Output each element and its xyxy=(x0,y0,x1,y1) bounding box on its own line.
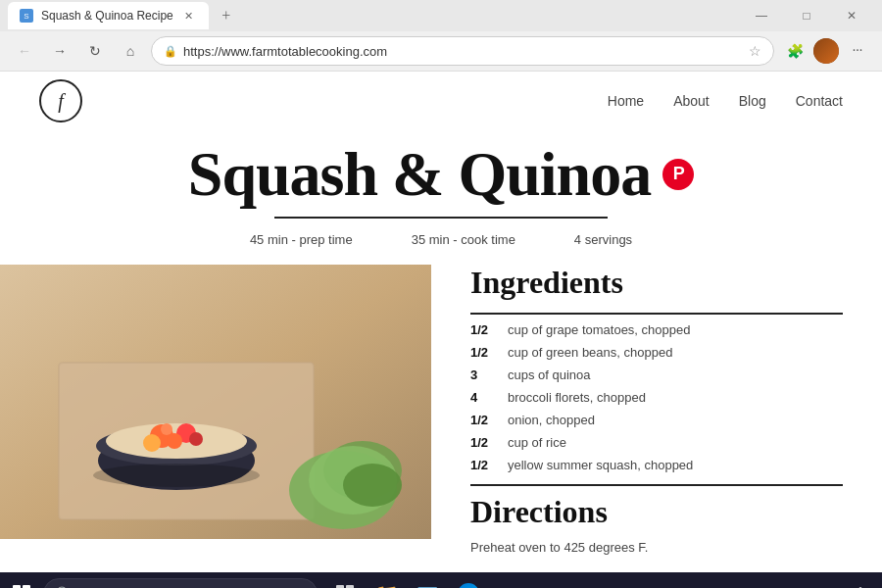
prep-time: 45 min - prep time xyxy=(250,232,353,247)
start-button[interactable] xyxy=(0,572,43,588)
bookmark-icon[interactable]: ☆ xyxy=(749,43,761,59)
ingredient-qty: 1/2 xyxy=(470,322,498,337)
ingredient-desc: cups of quinoa xyxy=(508,368,591,382)
ingredient-qty: 4 xyxy=(470,390,498,405)
back-button[interactable]: ← xyxy=(10,36,39,66)
directions-heading: Directions xyxy=(470,494,843,530)
site-menu: Home About Blog Contact xyxy=(608,93,843,109)
task-view-icon xyxy=(335,584,355,588)
profile-button[interactable] xyxy=(813,38,839,64)
ingredient-qty: 1/2 xyxy=(470,458,498,472)
cook-time: 35 min - cook time xyxy=(412,232,515,247)
mail-button[interactable]: ✉️ xyxy=(408,572,447,588)
pinterest-icon[interactable]: P xyxy=(662,159,694,190)
ingredients-list: 1/2 cup of grape tomatoes, chopped 1/2 c… xyxy=(470,313,843,476)
nav-contact[interactable]: Contact xyxy=(796,93,843,109)
ingredient-desc: cup of green beans, chopped xyxy=(508,345,672,360)
svg-point-10 xyxy=(167,433,182,449)
forward-button[interactable]: → xyxy=(45,36,74,66)
list-item: 4 broccoli florets, chopped xyxy=(470,386,843,409)
file-explorer-button[interactable]: 📁 xyxy=(367,572,406,588)
nav-bar: ← → ↻ ⌂ 🔒 https://www.farmtotablecooking… xyxy=(0,31,882,71)
ingredient-desc: broccoli florets, chopped xyxy=(508,390,646,405)
nav-about[interactable]: About xyxy=(673,93,710,109)
website-content: f Home About Blog Contact Squash & Quino… xyxy=(0,72,882,572)
title-bar: S Squash & Quinoa Recipe ✕ + — □ ✕ xyxy=(0,0,882,31)
address-bar[interactable]: 🔒 https://www.farmtotablecooking.com ☆ xyxy=(151,36,774,66)
taskbar-pinned-apps: 📁 ✉️ e xyxy=(325,572,488,588)
ingredient-qty: 1/2 xyxy=(470,435,498,450)
chevron-up-icon[interactable]: ∧ xyxy=(759,572,780,588)
mail-icon: ✉️ xyxy=(416,583,438,588)
minimize-button[interactable]: — xyxy=(739,0,784,31)
ingredient-desc: onion, chopped xyxy=(508,413,595,427)
svg-point-17 xyxy=(93,464,260,487)
ingredient-qty: 1/2 xyxy=(470,345,498,360)
tab-title: Squash & Quinoa Recipe xyxy=(41,9,173,23)
taskbar-search[interactable]: 🔍 Type here to search xyxy=(43,578,318,588)
extensions-button[interactable]: 🧩 xyxy=(780,36,809,66)
directions-text: Preheat oven to 425 degrees F. xyxy=(470,538,843,558)
recipe-header: Squash & Quinoa P 45 min - prep time 35 … xyxy=(0,130,882,265)
browser-tab[interactable]: S Squash & Quinoa Recipe ✕ xyxy=(8,2,209,29)
list-item: 3 cups of quinoa xyxy=(470,364,843,386)
volume-icon[interactable] xyxy=(815,572,843,588)
ingredients-divider xyxy=(470,484,843,486)
ingredient-qty: 1/2 xyxy=(470,413,498,427)
taskbar: 🔍 Type here to search 📁 ✉️ e ∧ xyxy=(0,572,882,588)
list-item: 1/2 cup of grape tomatoes, chopped xyxy=(470,318,843,341)
folder-icon: 📁 xyxy=(374,582,399,588)
list-item: 1/2 onion, chopped xyxy=(470,409,843,431)
food-illustration xyxy=(0,265,431,539)
site-logo[interactable]: f xyxy=(39,79,82,122)
servings: 4 servings xyxy=(574,232,632,247)
system-tray: ∧ xyxy=(759,572,882,588)
task-view-button[interactable] xyxy=(325,572,365,588)
ingredient-desc: yellow summer squash, chopped xyxy=(508,458,693,472)
network-icon[interactable] xyxy=(784,572,811,588)
lock-icon: 🔒 xyxy=(164,45,177,58)
tab-favicon: S xyxy=(20,9,33,23)
ingredients-heading: Ingredients xyxy=(470,265,843,301)
profile-avatar xyxy=(813,38,839,64)
recipe-content: Ingredients 1/2 cup of grape tomatoes, c… xyxy=(431,265,882,558)
nav-blog[interactable]: Blog xyxy=(739,93,766,109)
close-button[interactable]: ✕ xyxy=(829,0,874,31)
svg-point-11 xyxy=(189,432,203,446)
url-text: https://www.farmtotablecooking.com xyxy=(183,44,743,59)
window-controls: — □ ✕ xyxy=(739,0,874,31)
ingredient-qty: 3 xyxy=(470,368,498,382)
toolbar-right: 🧩 ··· xyxy=(780,36,872,66)
svg-point-9 xyxy=(143,434,161,452)
svg-point-12 xyxy=(161,423,172,435)
list-item: 1/2 yellow summer squash, chopped xyxy=(470,454,843,476)
maximize-button[interactable]: □ xyxy=(784,0,829,31)
recipe-image xyxy=(0,265,431,539)
new-tab-button[interactable]: + xyxy=(213,2,240,29)
list-item: 1/2 cup of rice xyxy=(470,431,843,454)
tab-close-button[interactable]: ✕ xyxy=(181,8,197,24)
browser-menu-button[interactable]: ··· xyxy=(843,36,872,66)
ingredient-desc: cup of grape tomatoes, chopped xyxy=(508,322,690,337)
edge-button[interactable]: e xyxy=(449,572,488,588)
site-nav: f Home About Blog Contact xyxy=(0,72,882,130)
recipe-title: Squash & Quinoa P xyxy=(0,140,882,209)
food-visual xyxy=(0,265,431,539)
recipe-meta: 45 min - prep time 35 min - cook time 4 … xyxy=(0,226,882,259)
edge-icon: e xyxy=(458,583,479,588)
nav-home[interactable]: Home xyxy=(608,93,644,109)
recipe-divider xyxy=(274,217,608,219)
ingredient-desc: cup of rice xyxy=(508,435,566,450)
refresh-button[interactable]: ↻ xyxy=(80,36,110,66)
home-button[interactable]: ⌂ xyxy=(116,36,145,66)
svg-point-16 xyxy=(343,464,402,507)
recipe-body: Ingredients 1/2 cup of grape tomatoes, c… xyxy=(0,265,882,558)
list-item: 1/2 cup of green beans, chopped xyxy=(470,341,843,364)
notification-icon[interactable] xyxy=(847,572,874,588)
browser-chrome: S Squash & Quinoa Recipe ✕ + — □ ✕ ← → ↻… xyxy=(0,0,882,72)
recipe-title-text: Squash & Quinoa xyxy=(188,140,651,209)
